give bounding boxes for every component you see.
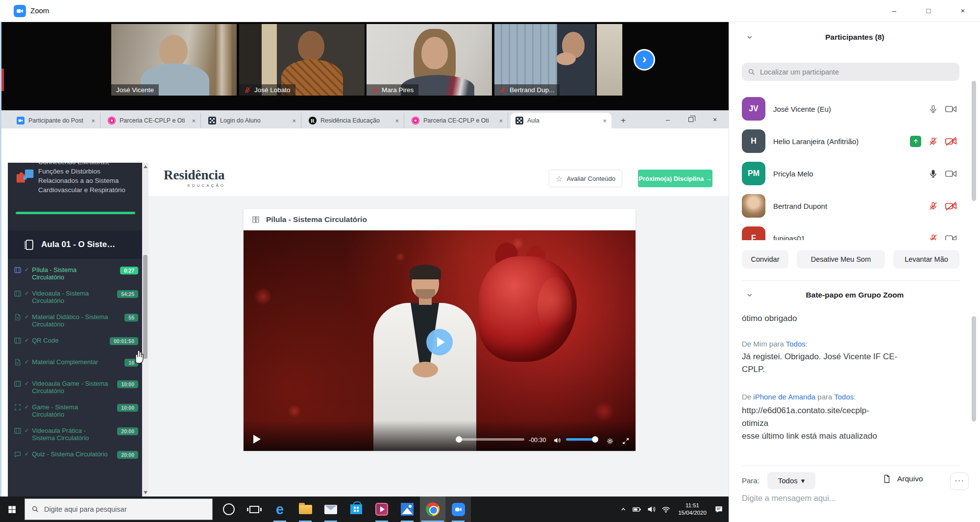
scrollbar-thumb[interactable] [143,255,147,359]
taskbar-app-cortana[interactable] [216,497,242,522]
sender-link[interactable]: iPhone de Amanda [753,393,815,401]
video-tile-bertrand-dupont[interactable]: Bertrand Dup... [494,24,595,96]
fullscreen-icon[interactable] [622,437,630,445]
lesson-item-material-complementar[interactable]: ✓ Material Complementar 16 [8,354,142,375]
tray-chevron-up-icon[interactable] [619,505,627,513]
mic-icon[interactable] [929,104,938,114]
video-player[interactable]: -00:30 [244,230,636,451]
video-tile-jose-lobato[interactable]: José Lobato [239,24,365,96]
taskbar-app-photos[interactable] [394,497,420,522]
rate-content-button[interactable]: ☆ Avaliar Conteúdo [549,170,622,187]
lesson-item-material-didatico[interactable]: ✓ Material Didático - Sistema Circulatór… [8,309,142,332]
tab-login-aluno[interactable]: Login do Aluno × [203,113,301,128]
chat-header[interactable]: Bate-papo em Grupo Zoom [729,291,980,299]
mic-icon[interactable] [929,169,938,178]
progress-bar[interactable] [458,438,524,441]
tab-residencia-educacao[interactable]: R Residência Educação × [304,113,404,128]
taskbar-app-chrome[interactable] [420,497,445,522]
muted-mic-icon[interactable] [929,201,938,211]
module-header[interactable]: Conhecendo Estruturas, Funções e Distúrb… [8,163,142,230]
mute-me-button[interactable]: Desative Meu Som [797,250,885,269]
camera-off-icon[interactable] [945,201,957,211]
camera-icon[interactable] [945,104,957,114]
muted-mic-icon[interactable] [929,234,938,241]
next-videos-button[interactable]: › [634,49,655,71]
tab-aula-active[interactable]: Aula × [511,113,612,128]
muted-mic-icon[interactable] [929,137,938,146]
play-overlay-button[interactable] [426,329,453,355]
camera-icon[interactable] [945,234,957,241]
tab-close-icon[interactable]: × [600,117,607,124]
tab-close-icon[interactable]: × [289,117,296,124]
participants-header[interactable]: Participantes (8) [729,33,980,42]
volume-icon[interactable] [553,436,562,445]
tab-close-icon[interactable]: × [88,117,95,124]
chevron-down-icon[interactable] [746,33,754,41]
taskbar-app-zoom[interactable] [445,497,471,522]
recipient-link[interactable]: Todos [786,340,806,348]
recipient-link[interactable]: Todos [834,393,854,401]
browser-restore-button[interactable] [681,110,701,128]
tab-close-icon[interactable]: × [496,117,503,124]
close-button[interactable]: × [946,0,980,22]
chevron-down-icon[interactable] [746,291,754,299]
chat-message-input[interactable] [742,494,957,503]
chat-scrollbar[interactable] [972,316,976,422]
volume-slider[interactable] [566,438,595,441]
participant-row-helio[interactable]: H Helio Laranjeira (Anfitrião) [742,129,963,153]
lesson-item-videoaula-game[interactable]: ✓ Videoaula Game - Sistema Circulatório … [8,375,142,399]
play-button[interactable] [253,435,261,444]
tab-parceria-1[interactable]: Parceria CE-CPLP e Otim × [103,113,201,128]
scroll-up-icon[interactable] [144,165,147,168]
participant-row-funinas01[interactable]: F funinas01 [742,226,963,240]
scroll-down-icon[interactable] [144,491,147,494]
send-to-dropdown[interactable]: Todos ▾ [767,472,815,489]
taskbar-app-edge[interactable]: e [267,497,293,522]
video-tile-mara-pires[interactable]: Mara Pires [367,24,492,96]
battery-icon[interactable] [632,504,642,514]
action-center-icon[interactable] [714,504,724,514]
wifi-icon[interactable] [661,504,671,514]
tab-parceria-2[interactable]: Parceria CE-CPLP e Oti × [407,113,508,128]
camera-off-icon[interactable] [945,137,957,146]
minimize-button[interactable]: – [877,0,911,22]
more-options-button[interactable]: ··· [950,472,969,490]
invite-button[interactable]: Convidar [742,250,788,269]
participant-row-bertrand[interactable]: Bertrand Dupont [742,194,963,218]
participant-search[interactable] [742,63,959,81]
lesson-item-videoaula[interactable]: ✓ Videoaula - Sistema Circulatório 54:25 [8,285,142,309]
taskbar-app-movies[interactable] [369,497,394,522]
participants-scrollbar[interactable] [972,81,976,201]
lesson-item-qr-code[interactable]: ✓ QR Code 00:01:50 [8,332,142,354]
next-discipline-button[interactable]: Próximo(a) Disciplina → [638,170,712,187]
taskbar-clock[interactable]: 11:51 15/04/2020 [675,502,710,517]
tab-close-icon[interactable]: × [392,117,399,124]
participant-search-input[interactable] [760,68,946,76]
sidebar-scrollbar[interactable] [142,163,148,497]
taskbar-app-file-explorer[interactable] [293,497,318,522]
video-tile-jose-vicente[interactable]: José Vicente [111,24,237,96]
new-tab-button[interactable]: + [616,114,630,127]
tab-close-icon[interactable]: × [189,117,196,124]
taskbar-search[interactable] [24,498,213,520]
taskbar-app-mail[interactable] [318,497,343,522]
tab-participante-post[interactable]: Participante do Post - Z × [12,113,100,128]
browser-minimize-button[interactable]: – [658,110,678,128]
taskbar-search-input[interactable] [44,505,191,513]
lesson-item-pilula[interactable]: ✓ Pílula - Sistema Circulatório 0:27 [8,262,142,285]
settings-gear-icon[interactable] [606,437,614,445]
lesson-item-videoaula-pratica[interactable]: ✓ Videoaula Prática - Sistema Circulatór… [8,423,142,446]
taskbar-app-store[interactable] [343,497,369,522]
camera-icon[interactable] [945,169,957,178]
participant-row-pricyla[interactable]: PM Pricyla Melo [742,162,963,185]
lesson-item-game[interactable]: ✓ Game - Sistema Circulatório 10:00 [8,399,142,423]
speaker-icon[interactable] [647,504,657,514]
brand-logo[interactable]: Residência EDUCAÇÃO [164,168,225,188]
taskbar-app-task-view[interactable] [242,497,267,522]
start-button[interactable] [0,497,24,522]
raise-hand-button[interactable]: Levantar Mão [893,250,959,269]
volume-handle[interactable] [592,436,598,443]
participant-row-jose-vicente[interactable]: JV José Vicente (Eu) [742,97,963,121]
browser-close-button[interactable]: × [705,110,725,128]
lesson-header-bar[interactable]: Aula 01 - O Siste… [8,230,142,259]
